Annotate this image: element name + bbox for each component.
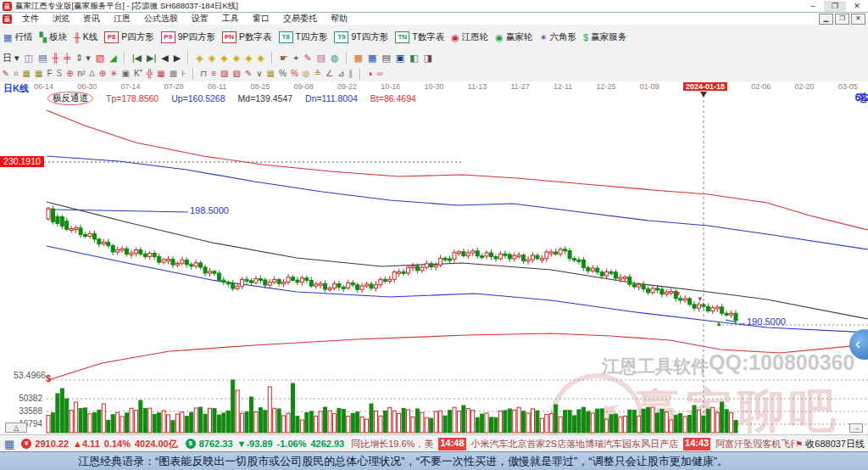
draw-tool-kmark[interactable]: K″	[134, 69, 142, 79]
draw-tool-pen[interactable]: ✎	[3, 69, 9, 79]
kline-small-icon[interactable]: ╪	[64, 52, 70, 64]
winner-service-button[interactable]: $赢家服务	[583, 31, 626, 43]
yinyang-tool[interactable]: ◑	[367, 69, 372, 79]
draw-tool-gold-line[interactable]: ≙	[314, 69, 321, 79]
period-day-dropdown[interactable]: 日 ▾	[3, 52, 19, 64]
minimize-button[interactable]: –	[802, 1, 824, 12]
menu-item-6[interactable]: 工具	[215, 13, 246, 25]
info-panel-icon[interactable]: ▤	[38, 52, 47, 64]
draw-tool-hashlines[interactable]: ⌗	[14, 69, 19, 79]
diamond-tool-right[interactable]: ◈	[209, 52, 215, 64]
menu-item-2[interactable]: 资讯	[76, 13, 107, 25]
scale-dropdown[interactable]: ⇕ ▾	[75, 52, 91, 64]
draw-tool-box-fill[interactable]: ▨	[220, 69, 228, 79]
draw-tool-target[interactable]: ⊕	[99, 69, 106, 79]
winner-wheel-button[interactable]: ◉赢家轮	[495, 31, 532, 43]
nav-first-button[interactable]: |◀	[132, 52, 142, 64]
stamp-icon[interactable]: ▨	[317, 52, 326, 64]
draw-tool-fan[interactable]: ≡	[211, 69, 216, 79]
gann-wheel-button[interactable]: ◉江恩轮	[451, 31, 488, 43]
p9-square-button[interactable]: P99P四方形	[161, 31, 215, 43]
mdi-close-button[interactable]: ✕	[851, 14, 865, 25]
t-number-table-button[interactable]: TNT数字表	[395, 31, 444, 43]
draw-tool-star[interactable]: ✳	[110, 69, 117, 79]
save-icon[interactable]: ▣	[396, 52, 404, 64]
diamond-tool-vshrink[interactable]: ◈	[258, 52, 264, 64]
draw-tool-spiral[interactable]: S	[57, 69, 63, 79]
mdi-restore-button[interactable]: ❐	[835, 14, 849, 25]
menu-item-5[interactable]: 设置	[185, 13, 215, 25]
draw-tool-frame[interactable]: ▣	[121, 69, 129, 79]
kbox-icon[interactable]: ▧	[96, 52, 104, 64]
draw-tool-percent[interactable]: %	[279, 69, 287, 79]
p-square-button[interactable]: P8P四方形	[104, 31, 154, 43]
quotes-button[interactable]: ▦行情	[3, 31, 32, 43]
mdi-minimize-button[interactable]: ▁	[819, 14, 833, 25]
draw-tool-grid-1[interactable]: ▦	[23, 69, 31, 79]
notes-icon[interactable]: ▤	[381, 52, 390, 64]
sh-index-values: 2910.22▲4.110.14%4024.00亿	[35, 438, 181, 450]
draw-tool-envelope[interactable]: ▧	[232, 69, 240, 79]
print-icon[interactable]: ◧	[409, 52, 418, 64]
draw-tool-channel[interactable]: ⊓	[200, 69, 207, 79]
draw-tool-j-angle[interactable]: ∠	[326, 69, 333, 79]
nav-prev-button[interactable]: ◀	[161, 52, 168, 64]
menu-item-1[interactable]: 浏览	[46, 13, 76, 25]
draw-tool-ruler[interactable]: n²	[78, 69, 86, 79]
nav-next-button[interactable]: ▶	[174, 52, 181, 64]
t9-square-button[interactable]: T99T四方形	[334, 31, 388, 43]
kline-button[interactable]: ╫K线	[74, 31, 97, 43]
indicator-name: 极反通道	[47, 92, 93, 105]
flag-icon[interactable]: ◢	[109, 52, 116, 64]
draw-tool-percent-line[interactable]: %	[291, 69, 298, 79]
symbol-name: 芯源微	[858, 92, 868, 106]
draw-tool-check[interactable]: ∨	[256, 69, 262, 79]
menu-item-4[interactable]: 公式选股	[137, 13, 185, 25]
nav-last-button[interactable]: ▶|	[147, 52, 156, 64]
diamond-tool-vexpand[interactable]: ◈	[245, 52, 252, 64]
draw-tool-f-angle[interactable]: ⊿	[337, 69, 344, 79]
draw-tool-span[interactable]: ⊦	[181, 69, 186, 79]
draw-tool-circle-cross[interactable]: ⊕	[66, 69, 73, 79]
diamond-tool-hshrink[interactable]: ◈	[233, 52, 240, 64]
menu-item-8[interactable]: 交易委托	[276, 13, 324, 25]
window-tile-icon[interactable]: ◫	[25, 52, 33, 64]
calendar-icon[interactable]: ▦	[354, 52, 363, 64]
draw-tool-angle[interactable]: ∆	[90, 69, 95, 79]
draw-tool-gold-circle[interactable]: ◎	[303, 69, 310, 79]
sectors-button[interactable]: ▚板块	[39, 31, 66, 43]
calculator-icon[interactable]: ▦	[368, 52, 376, 64]
hexagon-button[interactable]: ✶六角形	[539, 31, 576, 43]
menu-item-7[interactable]: 窗口	[246, 13, 276, 25]
p-number-table-button[interactable]: PNP数字表	[222, 31, 272, 43]
infinity-tool[interactable]: ∞	[376, 69, 382, 79]
export-icon[interactable]: ◨	[424, 52, 432, 64]
globe-icon[interactable]: ◍	[331, 52, 339, 64]
crosshair-tool-icon[interactable]: +	[293, 52, 298, 64]
diamond-tool-left[interactable]: ◈	[196, 52, 203, 64]
kline-chart-canvas[interactable]: ○▲▼▼▲	[0, 81, 868, 434]
t-square-button[interactable]: T8T四方形	[279, 31, 328, 43]
draw-tool-gann-grid[interactable]: ╬	[147, 69, 153, 79]
scroll-right-button[interactable]: →	[849, 423, 863, 433]
draw-tool-red-grid[interactable]: ▦	[157, 69, 164, 79]
menu-item-0[interactable]: 文件	[15, 13, 46, 25]
date-tick: 12-11	[554, 82, 572, 91]
chart-region: 江恩工具软件 QQ:100800360 赢家聊吧 财赢 ○▲▼▼▲ 日K线 06…	[0, 81, 868, 434]
draw-tool-shade[interactable]: ▩	[170, 69, 177, 79]
quote-grid-icon[interactable]: ▦	[4, 438, 14, 450]
draw-tool-gold-grid[interactable]: ▦	[267, 69, 275, 79]
hand-tool-icon[interactable]: ☛	[280, 52, 288, 64]
menu-item-9[interactable]: 帮助	[324, 13, 354, 25]
draw-tool-fibo[interactable]: F	[47, 69, 52, 79]
draw-tool-parallel[interactable]: ∥	[348, 69, 353, 79]
pane-split-button[interactable]: △	[5, 422, 27, 433]
maximize-button[interactable]: ❐	[824, 1, 846, 12]
draw-tool-grid-2[interactable]: ▦	[35, 69, 42, 79]
draw-tool-pencil[interactable]: ✎	[245, 69, 252, 79]
draw-pen-icon[interactable]: ✎	[303, 52, 311, 64]
kline-style-icon[interactable]: ╫	[52, 52, 58, 64]
diamond-tool-hexpand[interactable]: ◈	[220, 52, 227, 64]
menu-item-3[interactable]: 江恩	[107, 13, 137, 25]
close-button[interactable]: ✕	[846, 1, 868, 12]
